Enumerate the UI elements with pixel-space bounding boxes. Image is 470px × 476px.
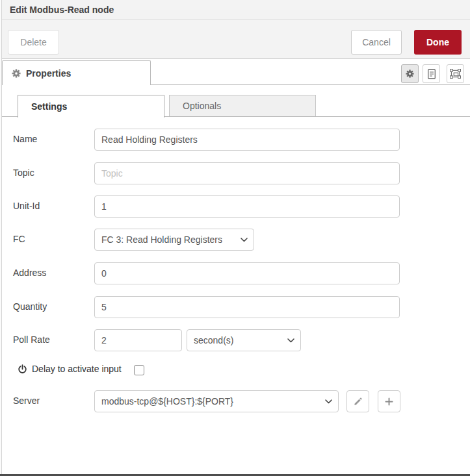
object-group-icon — [450, 69, 461, 79]
tab-optionals[interactable]: Optionals — [169, 95, 316, 117]
server-edit-button[interactable] — [346, 390, 369, 412]
unit-id-row: Unit-Id — [0, 195, 470, 218]
cancel-button[interactable]: Cancel — [351, 30, 402, 55]
delay-row: Delay to activate input — [0, 362, 470, 376]
poll-rate-unit-select[interactable]: second(s) — [187, 329, 301, 351]
topic-label: Topic — [13, 162, 34, 184]
chevron-down-icon — [241, 238, 248, 242]
appearance-icon-button[interactable] — [447, 64, 464, 83]
quantity-label: Quantity — [13, 296, 47, 318]
quantity-row: Quantity — [0, 296, 470, 319]
server-select[interactable]: modbus-tcp@${HOST}:${PORT} — [94, 390, 339, 412]
pencil-icon — [354, 397, 362, 406]
fc-select[interactable]: FC 3: Read Holding Registers — [94, 229, 254, 251]
description-icon-button[interactable] — [423, 64, 440, 83]
edit-node-dialog: Edit Modbus-Read node Delete Cancel Done… — [0, 0, 470, 476]
tray-left-border — [1, 0, 2, 474]
dialog-title: Edit Modbus-Read node — [10, 5, 114, 15]
chevron-down-icon — [287, 338, 294, 343]
settings-tab-label: Settings — [31, 101, 67, 112]
topic-row: Topic — [0, 162, 470, 185]
unit-id-input[interactable] — [94, 195, 400, 218]
fc-label: FC — [13, 229, 25, 250]
fc-selected-value: FC 3: Read Holding Registers — [101, 234, 222, 245]
plus-icon — [385, 397, 393, 406]
poll-rate-row: Poll Rate second(s) — [0, 329, 470, 352]
quantity-input[interactable] — [94, 296, 400, 318]
poll-rate-label: Poll Rate — [13, 329, 50, 351]
topic-input[interactable] — [94, 162, 400, 184]
delete-button[interactable]: Delete — [8, 30, 59, 55]
properties-tab-label: Properties — [26, 68, 71, 79]
power-icon — [18, 364, 27, 374]
server-selected-value: modbus-tcp@${HOST}:${PORT} — [101, 396, 233, 407]
done-button[interactable]: Done — [414, 30, 462, 55]
document-icon — [427, 69, 436, 79]
address-row: Address — [0, 262, 470, 285]
delay-checkbox[interactable] — [134, 365, 144, 375]
dialog-titlebar: Edit Modbus-Read node — [0, 0, 470, 20]
gear-icon — [406, 69, 414, 78]
server-row: Server modbus-tcp@${HOST}:${PORT} — [0, 390, 470, 413]
address-label: Address — [13, 262, 46, 284]
properties-icon-button[interactable] — [401, 64, 419, 83]
optionals-tab-label: Optionals — [183, 101, 221, 111]
server-label: Server — [13, 390, 40, 412]
name-row: Name — [0, 129, 470, 151]
gear-icon — [12, 69, 21, 78]
name-label: Name — [13, 129, 37, 150]
delay-label: Delay to activate input — [32, 364, 122, 374]
address-input[interactable] — [94, 262, 400, 284]
dialog-toolbar: Delete Cancel Done — [0, 20, 470, 59]
tab-properties[interactable]: Properties — [2, 60, 151, 85]
chevron-down-icon — [325, 399, 332, 404]
unit-id-label: Unit-Id — [13, 195, 40, 217]
poll-rate-input[interactable] — [94, 329, 182, 351]
name-input[interactable] — [94, 129, 400, 151]
tab-settings[interactable]: Settings — [18, 95, 164, 118]
fc-row: FC FC 3: Read Holding Registers — [0, 229, 470, 251]
server-add-button[interactable] — [378, 390, 400, 412]
poll-rate-unit-value: second(s) — [194, 335, 233, 345]
